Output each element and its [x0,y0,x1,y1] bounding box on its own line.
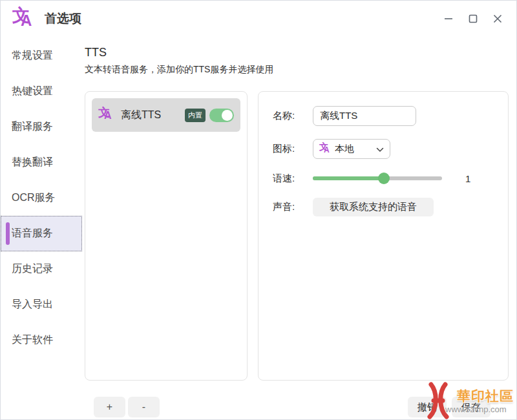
tts-service-config-panel: 名称: 图标: 文 A 本地 [258,91,509,381]
list-edit-buttons: + - [94,397,160,417]
selected-indicator-bar [6,222,10,245]
preferences-window: 文 A 首选项 常规设置 热键设置 翻译服务 替换翻译 OCR服务 语音服务 历… [0,0,517,420]
action-buttons: 撤销 保存 [408,397,491,417]
main-content: TTS 文本转语音服务，添加你的TTS服务并选择使用 文 A 离线TTS 内置 [85,38,509,76]
icon-label: 图标: [273,143,313,155]
voice-label: 声音: [273,201,313,213]
sidebar-item-voice-services[interactable]: 语音服务 [1,216,82,251]
sidebar-item-history[interactable]: 历史记录 [1,251,82,287]
sidebar-item-import-export[interactable]: 导入导出 [1,287,82,322]
service-logo-icon: 文 A [98,107,115,123]
slider-fill [313,176,384,180]
sidebar-item-label: 关于软件 [12,333,53,347]
name-row: 名称: [273,106,494,126]
slider-thumb[interactable] [378,173,390,184]
save-button[interactable]: 保存 [452,397,491,417]
minimize-button[interactable] [439,9,458,28]
speed-label: 语速: [273,173,313,185]
speed-row: 语速: 1 [273,172,494,185]
close-button[interactable] [488,9,507,28]
sidebar-item-ocr-services[interactable]: OCR服务 [1,180,82,216]
tts-service-list-panel: 文 A 离线TTS 内置 [85,91,248,381]
name-input[interactable] [313,106,416,126]
sidebar-item-hotkeys[interactable]: 热键设置 [1,74,82,109]
sidebar-item-label: 翻译服务 [12,120,53,134]
logo-glyph-a: A [324,145,330,154]
voice-row: 声音: 获取系统支持的语音 [273,198,494,216]
app-logo-icon: 文 A [12,6,37,31]
sidebar-item-general[interactable]: 常规设置 [1,38,82,74]
tts-service-item-offline[interactable]: 文 A 离线TTS 内置 [92,98,240,132]
icon-select-value: 本地 [335,143,376,155]
titlebar: 文 A 首选项 [1,1,516,37]
builtin-badge: 内置 [185,109,206,122]
maximize-button[interactable] [463,9,483,28]
speed-value: 1 [465,173,470,184]
remove-service-button[interactable]: - [128,397,160,417]
undo-button[interactable]: 撤销 [408,397,447,417]
sidebar-item-label: 导入导出 [12,298,53,311]
panels: 文 A 离线TTS 内置 名称: 图标: [85,91,509,381]
service-name: 离线TTS [121,109,185,122]
logo-glyph-a: A [21,12,32,30]
sidebar-item-label: 替换翻译 [12,156,53,169]
name-label: 名称: [273,110,313,122]
toggle-knob [222,110,233,121]
sidebar-item-about[interactable]: 关于软件 [1,322,82,358]
window-title: 首选项 [45,10,81,27]
sidebar-item-label: 热键设置 [12,85,53,98]
page-title: TTS [85,46,509,59]
sidebar-item-replace-translate[interactable]: 替换翻译 [1,145,82,180]
icon-row: 图标: 文 A 本地 [273,139,494,159]
sidebar-item-label: 语音服务 [12,227,53,240]
local-icon: 文 A [319,143,332,156]
speed-slider[interactable] [313,172,442,185]
logo-glyph-a: A [104,110,112,121]
chevron-down-icon [376,143,384,155]
sidebar-item-label: OCR服务 [12,191,56,205]
sidebar-item-label: 常规设置 [12,49,53,63]
icon-select[interactable]: 文 A 本地 [313,139,390,159]
page-subtitle: 文本转语音服务，添加你的TTS服务并选择使用 [85,64,509,76]
sidebar-item-label: 历史记录 [12,262,53,276]
get-voices-button[interactable]: 获取系统支持的语音 [313,198,434,216]
service-enabled-toggle[interactable] [209,109,234,122]
sidebar-item-translate-services[interactable]: 翻译服务 [1,109,82,145]
sidebar: 常规设置 热键设置 翻译服务 替换翻译 OCR服务 语音服务 历史记录 导入导出… [1,38,82,358]
add-service-button[interactable]: + [94,397,125,417]
window-controls [439,1,507,37]
